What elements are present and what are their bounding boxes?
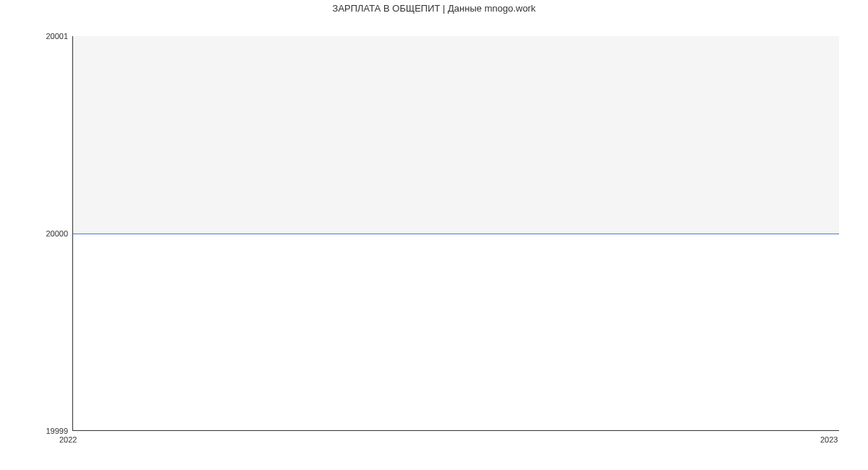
y-tick-min: 19999 (3, 427, 68, 435)
plot-area (72, 36, 839, 431)
chart-container: ЗАРПЛАТА В ОБЩЕПИТ | Данные mnogo.work 2… (0, 0, 868, 470)
series-fill (73, 234, 839, 431)
y-tick-max: 20001 (3, 32, 68, 40)
series-line (73, 234, 839, 234)
chart-title: ЗАРПЛАТА В ОБЩЕПИТ | Данные mnogo.work (0, 3, 868, 14)
x-tick-end: 2023 (820, 435, 838, 444)
y-tick-mid: 20000 (3, 229, 68, 238)
x-tick-start: 2022 (59, 435, 77, 444)
